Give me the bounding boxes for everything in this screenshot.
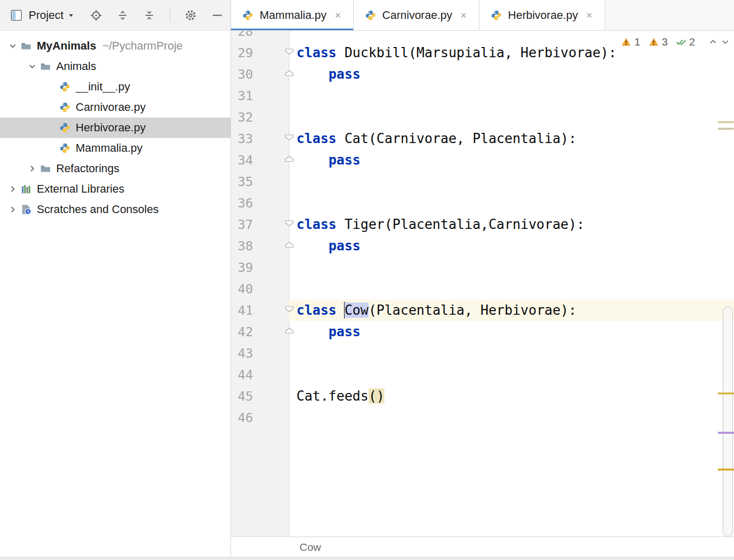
code-line[interactable]: 45Cat.feeds() <box>231 385 734 407</box>
tree-item-animals[interactable]: Animals <box>0 56 231 77</box>
code-line[interactable]: 40 <box>231 278 734 299</box>
analysis-stripe-marker[interactable] <box>718 469 734 471</box>
code-text[interactable] <box>289 171 734 192</box>
line-number[interactable]: 36 <box>231 196 253 211</box>
line-number[interactable]: 46 <box>231 410 253 425</box>
code-line[interactable]: 42 pass <box>231 321 734 342</box>
fold-start-icon[interactable] <box>284 48 294 57</box>
line-number[interactable]: 32 <box>231 110 253 125</box>
code-line[interactable]: 30 pass <box>231 63 734 85</box>
code-line[interactable]: 39 <box>231 256 734 278</box>
line-number[interactable]: 31 <box>231 88 253 103</box>
breadcrumb-item[interactable]: Cow <box>300 541 321 553</box>
code-line[interactable]: 32 <box>231 106 734 128</box>
fold-start-icon[interactable] <box>284 306 294 315</box>
chevron-down-icon[interactable] <box>5 40 20 52</box>
line-number[interactable]: 30 <box>231 67 253 82</box>
fold-end-icon[interactable] <box>284 155 294 165</box>
code-text[interactable] <box>289 106 734 128</box>
code-line[interactable]: 44 <box>231 364 734 385</box>
fold-start-icon[interactable] <box>284 220 294 229</box>
code-token: Cat(Carnivorae, Placentalia): <box>336 131 577 146</box>
tree-item-external-libraries[interactable]: External Libraries <box>0 179 231 199</box>
project-view-selector[interactable]: Project <box>10 9 75 22</box>
select-opened-file-button[interactable] <box>90 9 102 21</box>
code-text[interactable] <box>289 364 734 385</box>
fold-end-icon[interactable] <box>284 241 294 250</box>
line-number[interactable]: 44 <box>231 367 253 382</box>
code-text[interactable]: pass <box>289 321 734 342</box>
expand-all-button[interactable] <box>117 9 129 21</box>
tree-item-myanimals[interactable]: MyAnimals~/PycharmProje <box>0 36 231 56</box>
code-line[interactable]: 36 <box>231 192 734 214</box>
close-tab-icon[interactable] <box>460 11 468 19</box>
line-number[interactable]: 41 <box>231 303 253 318</box>
code-text[interactable]: pass <box>289 235 734 256</box>
tree-item-scratches-and-consoles[interactable]: Scratches and Consoles <box>0 199 231 220</box>
tree-item-mammalia-py[interactable]: Mammalia.py <box>0 138 231 158</box>
line-number[interactable]: 34 <box>231 153 253 168</box>
chevron-down-icon[interactable] <box>25 61 40 72</box>
line-number[interactable]: 33 <box>231 131 253 146</box>
collapse-all-button[interactable] <box>143 9 155 21</box>
line-number[interactable]: 43 <box>231 346 253 361</box>
tree-item-carnivorae-py[interactable]: Carnivorae.py <box>0 97 231 118</box>
line-number[interactable]: 39 <box>231 260 253 275</box>
code-text[interactable] <box>289 407 734 428</box>
code-text[interactable] <box>289 85 734 106</box>
code-text[interactable]: Cat.feeds() <box>289 385 734 407</box>
fold-start-icon[interactable] <box>284 134 294 143</box>
code-text[interactable] <box>289 278 734 299</box>
code-text[interactable] <box>289 192 734 214</box>
line-number[interactable]: 37 <box>231 217 253 232</box>
code-token: Cat.feeds <box>296 388 369 404</box>
fold-end-icon[interactable] <box>284 69 294 79</box>
code-text[interactable]: class Tiger(Placentalia,Carnivorae): <box>289 214 734 235</box>
code-line[interactable]: 34 pass <box>231 149 734 171</box>
editor[interactable]: 2829class Duckbill(Marsupialia, Herbivor… <box>231 31 734 536</box>
chevron-right-icon[interactable] <box>5 204 20 215</box>
line-number[interactable]: 29 <box>231 45 253 60</box>
line-number[interactable]: 40 <box>231 282 253 296</box>
analysis-stripe-marker[interactable] <box>718 121 734 123</box>
code-line[interactable]: 31 <box>231 85 734 106</box>
line-number[interactable]: 35 <box>231 174 253 189</box>
tab-mammalia-py[interactable]: Mammalia.py <box>231 0 354 30</box>
line-number[interactable]: 42 <box>231 324 253 339</box>
chevron-right-icon[interactable] <box>25 163 40 174</box>
code-text[interactable] <box>289 342 734 364</box>
hide-panel-button[interactable] <box>211 9 223 21</box>
code-line[interactable]: 35 <box>231 171 734 192</box>
code-line[interactable]: 33class Cat(Carnivorae, Placentalia): <box>231 128 734 149</box>
code-line[interactable]: 37class Tiger(Placentalia,Carnivorae): <box>231 214 734 235</box>
analysis-stripe-marker[interactable] <box>718 128 734 130</box>
line-number[interactable]: 38 <box>231 239 253 253</box>
code-line[interactable]: 46 <box>231 407 734 428</box>
chevron-right-icon[interactable] <box>5 183 20 195</box>
analysis-stripe-marker[interactable] <box>718 392 734 394</box>
inspections-widget[interactable]: 1 3 2 <box>621 36 730 48</box>
line-number[interactable]: 45 <box>231 389 253 404</box>
next-problem-icon[interactable] <box>721 37 730 46</box>
code-line[interactable]: 38 pass <box>231 235 734 256</box>
tab-carnivorae-py[interactable]: Carnivorae.py <box>354 0 479 30</box>
code-text[interactable]: class Cat(Carnivorae, Placentalia): <box>289 128 734 149</box>
code-line[interactable]: 41class Cow(Placentalia, Herbivorae): <box>231 299 734 321</box>
code-text[interactable]: pass <box>289 63 734 85</box>
code-line[interactable]: 43 <box>231 342 734 364</box>
tree-item-herbivorae-py[interactable]: Herbivorae.py <box>0 118 231 138</box>
close-tab-icon[interactable] <box>334 11 342 19</box>
tab-herbivorae-py[interactable]: Herbivorae.py <box>479 0 605 30</box>
code-text[interactable]: class Cow(Placentalia, Herbivorae): <box>289 299 734 321</box>
fold-end-icon[interactable] <box>284 327 294 336</box>
prev-problem-icon[interactable] <box>708 37 718 46</box>
tree-item-refactorings[interactable]: Refactorings <box>0 158 231 179</box>
settings-gear-icon[interactable] <box>185 9 197 21</box>
scrollbar-thumb[interactable] <box>723 307 733 536</box>
line-number[interactable]: 28 <box>231 31 253 39</box>
code-text[interactable] <box>289 256 734 278</box>
code-text[interactable]: pass <box>289 149 734 171</box>
analysis-stripe-marker[interactable] <box>718 432 734 434</box>
tree-item-init-py[interactable]: __init__.py <box>0 77 231 97</box>
close-tab-icon[interactable] <box>585 11 593 19</box>
